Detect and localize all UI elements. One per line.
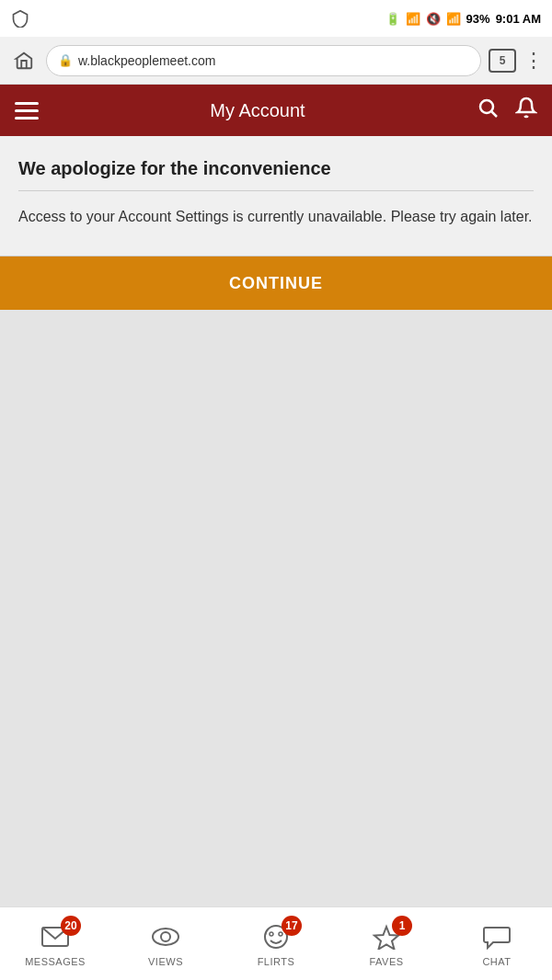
tabs-button[interactable]: 5 [489, 49, 516, 73]
faves-label: FAVES [369, 956, 403, 967]
continue-button[interactable]: CONTINUE [0, 256, 552, 310]
nav-item-views[interactable]: VIEWS [124, 921, 207, 967]
hamburger-menu-button[interactable] [15, 102, 39, 120]
svg-point-3 [153, 929, 178, 945]
nav-item-messages[interactable]: 20 MESSAGES [14, 921, 97, 967]
messages-icon-wrap: 20 [37, 921, 74, 952]
nav-item-flirts[interactable]: 17 FLIRTS [235, 921, 317, 967]
views-icon [151, 924, 180, 950]
status-bar: 🔋 📶 🔇 📶 93% 9:01 AM [0, 0, 552, 37]
svg-point-7 [279, 932, 282, 936]
chat-icon-wrap [478, 921, 515, 952]
flirts-badge: 17 [282, 916, 302, 936]
views-label: VIEWS [148, 956, 183, 967]
svg-line-1 [491, 112, 497, 118]
tabs-count: 5 [500, 54, 506, 67]
content-area: We apologize for the inconvenience Acces… [0, 136, 552, 906]
browser-bar: 🔒 w.blackpeoplemeet.com 5 ⋮ [0, 37, 552, 85]
wifi-icon: 📶 [446, 12, 461, 26]
header-icons [477, 97, 537, 124]
faves-badge: 1 [392, 916, 412, 936]
bottom-nav: 20 MESSAGES VIEWS 17 FLIRTS [0, 906, 552, 980]
apology-text: Access to your Account Settings is curre… [18, 206, 534, 228]
chat-label: CHAT [482, 956, 511, 967]
mute-icon: 🔇 [426, 12, 441, 26]
battery-icon: 🔋 [385, 12, 400, 26]
app-header: My Account [0, 85, 552, 136]
faves-icon-wrap: 1 [368, 921, 405, 952]
apology-box: We apologize for the inconvenience Acces… [0, 136, 552, 256]
messages-label: MESSAGES [25, 956, 86, 967]
messages-badge: 20 [61, 916, 81, 936]
lock-icon: 🔒 [58, 53, 73, 67]
time: 9:01 AM [496, 12, 541, 26]
status-left [11, 9, 29, 28]
apology-title: We apologize for the inconvenience [18, 158, 534, 191]
chat-icon [482, 924, 512, 950]
status-right: 🔋 📶 🔇 📶 93% 9:01 AM [385, 12, 541, 26]
views-icon-wrap [147, 921, 184, 952]
notification-bell-icon[interactable] [515, 97, 537, 124]
search-icon[interactable] [477, 97, 499, 124]
nav-item-chat[interactable]: CHAT [455, 921, 538, 967]
flirts-icon-wrap: 17 [258, 921, 294, 952]
svg-point-6 [270, 932, 273, 936]
url-text: w.blackpeoplemeet.com [78, 53, 215, 68]
url-bar[interactable]: 🔒 w.blackpeoplemeet.com [46, 45, 481, 76]
svg-point-4 [161, 932, 170, 941]
battery-percent: 93% [466, 12, 490, 26]
browser-menu-button[interactable]: ⋮ [523, 49, 543, 73]
flirts-label: FLIRTS [258, 956, 295, 967]
page-title: My Account [210, 100, 305, 121]
nav-item-faves[interactable]: 1 FAVES [345, 921, 428, 967]
svg-point-0 [480, 100, 493, 113]
bluetooth-icon: 📶 [406, 12, 420, 26]
empty-area [0, 310, 552, 906]
home-button[interactable] [9, 46, 39, 75]
shield-icon [11, 9, 29, 28]
